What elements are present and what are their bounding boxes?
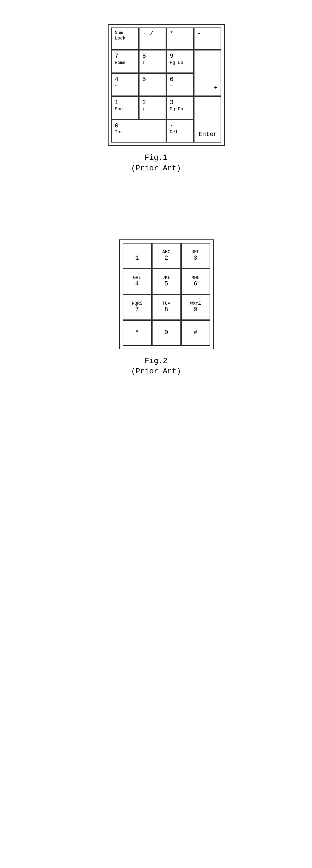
- key-0: 0 Ins: [111, 120, 166, 143]
- key-4: 4 ←: [111, 73, 139, 97]
- figure-1: Num Lock · / * - 7 Home 8 ↑ 9 Pg Up +: [87, 14, 225, 174]
- numpad-grid: Num Lock · / * - 7 Home 8 ↑ 9 Pg Up +: [108, 24, 225, 146]
- phone-key-4: GHI 4: [123, 269, 152, 294]
- phone-key-6: MNO 6: [181, 269, 210, 294]
- figure-2: 1 ABC 2 DEF 3 GHI 4 JKL 5 MNO 6 PQRS 7 T: [99, 229, 214, 377]
- phone-key-star: *: [123, 320, 152, 346]
- key-6: 6 →: [166, 73, 194, 97]
- key-enter: Enter: [194, 96, 221, 143]
- key-8: 8 ↑: [139, 50, 166, 73]
- phone-key-5: JKL 5: [152, 269, 181, 294]
- key-decimal: · Del: [166, 120, 194, 143]
- key-numlock: Num Lock: [111, 27, 139, 50]
- phone-key-hash: #: [181, 320, 210, 346]
- phone-key-2: ABC 2: [152, 243, 181, 269]
- phone-key-9: WXYZ 9: [181, 294, 210, 320]
- phone-key-1: 1: [123, 243, 152, 269]
- fig1-caption: Fig.1 (Prior Art): [131, 153, 181, 174]
- key-7: 7 Home: [111, 50, 139, 73]
- key-multiply: *: [166, 27, 194, 50]
- key-dot-slash: · /: [139, 27, 166, 50]
- phone-key-7: PQRS 7: [123, 294, 152, 320]
- phone-key-0: 0: [152, 320, 181, 346]
- key-9: 9 Pg Up: [166, 50, 194, 73]
- phone-key-3: DEF 3: [181, 243, 210, 269]
- phonepad-grid: 1 ABC 2 DEF 3 GHI 4 JKL 5 MNO 6 PQRS 7 T: [119, 239, 214, 349]
- key-1: 1 End: [111, 96, 139, 120]
- key-2: 2 ↓: [139, 96, 166, 120]
- fig2-caption: Fig.2 (Prior Art): [131, 356, 181, 377]
- key-minus: -: [194, 27, 221, 50]
- key-3: 3 Pg Dn: [166, 96, 194, 120]
- key-5: 5: [139, 73, 166, 97]
- key-plus: +: [194, 50, 221, 96]
- phone-key-8: TUV 8: [152, 294, 181, 320]
